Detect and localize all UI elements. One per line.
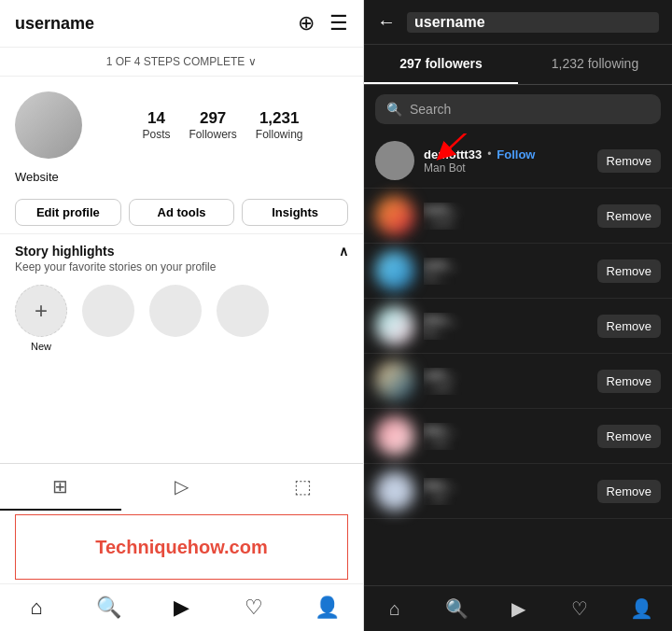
steps-bar[interactable]: 1 OF 4 STEPS COMPLETE ∨ bbox=[0, 48, 363, 77]
highlight-circle-3[interactable] bbox=[217, 285, 269, 337]
posts-label: Posts bbox=[142, 128, 170, 141]
follower-username-7[interactable]: das... bbox=[424, 478, 588, 492]
nav-home[interactable]: ⌂ bbox=[0, 592, 73, 624]
right-nav-reels[interactable]: ▶ bbox=[487, 594, 549, 624]
followers-label: Followers bbox=[189, 128, 236, 141]
right-nav-profile[interactable]: 👤 bbox=[610, 594, 672, 624]
follower-avatar-3[interactable] bbox=[375, 251, 414, 290]
highlights-section: Story highlights ∧ Keep your favorite st… bbox=[0, 233, 363, 369]
stats-row: 14 Posts 297 Followers 1,231 Following bbox=[97, 109, 348, 141]
tab-followers[interactable]: 297 followers bbox=[364, 45, 518, 84]
follower-avatar-1[interactable] bbox=[375, 141, 414, 180]
highlights-chevron[interactable]: ∧ bbox=[339, 244, 348, 259]
posts-count: 14 bbox=[147, 109, 165, 128]
follower-avatar-2[interactable] bbox=[375, 196, 414, 235]
profile-section: 14 Posts 297 Followers 1,231 Following bbox=[0, 77, 363, 166]
followers-count: 297 bbox=[200, 109, 226, 128]
back-button[interactable]: ← bbox=[377, 11, 396, 33]
remove-button-6[interactable]: Remove bbox=[597, 425, 661, 448]
left-header: username ⊕ ☰ bbox=[0, 0, 363, 48]
remove-button-4[interactable]: Remove bbox=[597, 315, 661, 338]
follower-row-2: kshi... ...kshi Remove bbox=[364, 189, 672, 244]
right-reels-icon: ▶ bbox=[511, 597, 525, 620]
followers-list: demottt33 • Follow Man Bot Remove bbox=[364, 133, 672, 585]
highlights-title-text: Story highlights bbox=[15, 244, 115, 259]
play-icon: ▷ bbox=[175, 475, 189, 498]
follower-username-1[interactable]: demottt33 bbox=[424, 147, 482, 161]
tagged-icon: ⬚ bbox=[294, 475, 312, 498]
followers-tabs: 297 followers 1,232 following bbox=[364, 45, 672, 85]
highlight-circle-1[interactable] bbox=[82, 285, 134, 337]
tab-following[interactable]: 1,232 following bbox=[518, 45, 672, 84]
follower-fullname-6: ...Da bbox=[424, 437, 588, 450]
header-icons: ⊕ ☰ bbox=[298, 11, 348, 35]
tab-grid[interactable]: ⊞ bbox=[0, 464, 121, 511]
follower-avatar-7[interactable] bbox=[375, 471, 414, 511]
search-placeholder: Search bbox=[410, 102, 451, 117]
watermark-box: Techniquehow.com bbox=[15, 514, 348, 580]
right-heart-icon: ♡ bbox=[571, 597, 588, 620]
following-stat[interactable]: 1,231 Following bbox=[256, 109, 303, 141]
follower-fullname-5: ...ueh bbox=[424, 382, 588, 395]
follower-username-6[interactable]: das... bbox=[424, 423, 588, 437]
follower-avatar-4[interactable] bbox=[375, 306, 414, 345]
tab-tagged[interactable]: ⬚ bbox=[242, 464, 363, 511]
highlight-2[interactable] bbox=[149, 285, 202, 352]
remove-button-3[interactable]: Remove bbox=[597, 259, 661, 283]
right-home-icon: ⌂ bbox=[389, 598, 400, 620]
nav-profile[interactable]: 👤 bbox=[290, 592, 363, 624]
steps-chevron: ∨ bbox=[248, 55, 257, 68]
follower-info-4: bho... Bh... bbox=[424, 313, 588, 340]
highlight-3[interactable] bbox=[217, 285, 269, 352]
nav-search[interactable]: 🔍 bbox=[73, 592, 146, 624]
right-profile-icon: 👤 bbox=[630, 597, 653, 620]
steps-text: 1 OF 4 STEPS COMPLETE bbox=[106, 55, 245, 68]
following-count: 1,231 bbox=[259, 109, 300, 128]
highlight-new[interactable]: + New bbox=[15, 285, 67, 352]
followers-stat[interactable]: 297 Followers bbox=[189, 109, 236, 141]
right-nav-search[interactable]: 🔍 bbox=[426, 594, 487, 624]
grid-icon: ⊞ bbox=[52, 475, 68, 498]
follow-button-1[interactable]: Follow bbox=[497, 147, 535, 161]
right-nav-home[interactable]: ⌂ bbox=[364, 595, 426, 624]
add-post-icon[interactable]: ⊕ bbox=[298, 11, 315, 35]
highlight-1[interactable] bbox=[82, 285, 134, 352]
follower-username-2[interactable]: kshi... bbox=[424, 203, 588, 217]
remove-button-1[interactable]: Remove bbox=[597, 149, 661, 173]
remove-button-5[interactable]: Remove bbox=[597, 370, 661, 393]
remove-button-2[interactable]: Remove bbox=[597, 204, 661, 228]
dot-separator: • bbox=[487, 147, 491, 161]
right-search-icon: 🔍 bbox=[445, 597, 469, 620]
follower-row-7: das... ...da Remove bbox=[364, 464, 672, 519]
profile-username: username bbox=[15, 14, 94, 34]
insights-button[interactable]: Insights bbox=[242, 199, 348, 226]
nav-activity[interactable]: ♡ bbox=[217, 592, 290, 624]
follower-avatar-6[interactable] bbox=[375, 416, 414, 456]
follower-avatar-5[interactable] bbox=[375, 361, 414, 400]
highlight-circle-2[interactable] bbox=[149, 285, 202, 337]
plus-icon: + bbox=[35, 298, 48, 324]
highlights-items: + New bbox=[15, 273, 348, 363]
nav-reels[interactable]: ▶ bbox=[146, 592, 218, 624]
follower-info-3: and... De... bbox=[424, 258, 588, 285]
right-nav-activity[interactable]: ♡ bbox=[549, 594, 610, 624]
ad-tools-button[interactable]: Ad tools bbox=[129, 199, 235, 226]
tab-reels[interactable]: ▷ bbox=[121, 464, 243, 511]
follower-fullname-4: Bh... bbox=[424, 327, 588, 340]
avatar[interactable] bbox=[15, 91, 82, 159]
watermark-text: Techniquehow.com bbox=[95, 537, 267, 558]
edit-profile-button[interactable]: Edit profile bbox=[15, 199, 121, 226]
follower-info-2: kshi... ...kshi bbox=[424, 203, 588, 230]
new-highlight-circle[interactable]: + bbox=[15, 285, 67, 337]
highlights-header: Story highlights ∧ bbox=[15, 244, 348, 259]
remove-button-7[interactable]: Remove bbox=[597, 480, 661, 503]
search-bar[interactable]: 🔍 Search bbox=[375, 94, 661, 124]
heart-icon: ♡ bbox=[245, 596, 263, 620]
follower-username-5[interactable]: ueh... bbox=[424, 368, 588, 382]
follower-row-1: demottt33 • Follow Man Bot Remove bbox=[364, 133, 672, 189]
follower-fullname-2: ...kshi bbox=[424, 217, 588, 230]
menu-icon[interactable]: ☰ bbox=[329, 11, 348, 35]
profile-info: Website bbox=[0, 166, 363, 191]
follower-username-3[interactable]: and... bbox=[424, 258, 588, 272]
follower-username-4[interactable]: bho... bbox=[424, 313, 588, 327]
